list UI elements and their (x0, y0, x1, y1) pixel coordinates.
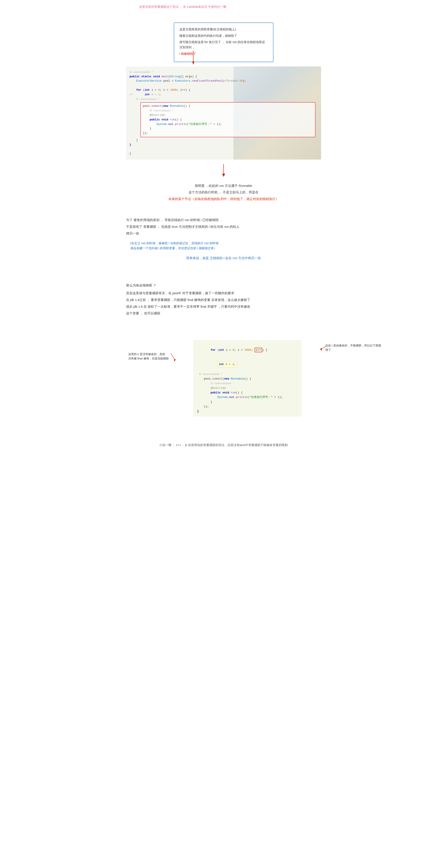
center-text-span: 简单来说，就是 主线程的 i 会在 run 方法中拷贝一份 (186, 256, 261, 260)
arrow-right-to-code (320, 345, 328, 351)
bottom-note: 小说一嘴 ： c++ ，js 也有类似的变量捕获的语法，但是没有java中变量捕… (126, 442, 321, 448)
code-block-1: ☰ xiaoxiaoquan * public static void main… (126, 66, 321, 160)
callout-line1: 这是主线程里的局部变量(在主线程的栈上) (179, 27, 268, 32)
svg-marker-1 (192, 61, 195, 65)
annotation1-line3: 未来的某个节点（后续在线程池的队列中，排到他了，就让对应的线程执行） (126, 196, 321, 202)
arrow-down-section (126, 164, 321, 179)
code-block-2: for (int i = 0; i < 1000; i++) { int n =… (193, 340, 302, 417)
ts2-line5: 这个变量 ， 也可以捕获 (126, 310, 321, 316)
callout-line3: 很可能主线程这里 for 执行完了 ， 当前 run 的任务在线程池里还没安排到… (179, 40, 268, 50)
bottom-note-text: 小说一嘴 ： c++ ，js 也有类似的变量捕获的语法，但是没有java中变量捕… (159, 443, 288, 447)
ts2-line1: 那么为啥会报错呢 ？ (126, 283, 321, 288)
arrow-callout-to-code (191, 51, 204, 66)
annotation-section-1: 很明显 ，此处的 run 方法属于 Runnable 这个方法的执行时机 ， 不… (126, 183, 321, 202)
ts2-line2: 其实这里就与变量捕获有关，在 java中 对于变量捕获，做了一些额外的要求 (126, 290, 321, 296)
annotation1-line1: 很明显 ，此处的 run 方法属于 Runnable (126, 183, 321, 189)
annotation1-line2: 这个方法的执行时机 ， 不是立刻马上的，而是在 (126, 189, 321, 195)
callout-box: 这是主线程里的局部变量(在主线程的栈上) 随着主线程这里的代码执行结束，就销毁了… (174, 23, 273, 62)
text-section-1: 为了 避免作用域的差别 ， 导致后续执行 run 的时候 i 已经被销毁 ， 于… (126, 217, 321, 236)
svg-marker-5 (174, 359, 176, 361)
svg-line-6 (321, 346, 327, 349)
page-container: 这里涉及到变量捕获这个语法 ， 在 Lambda表达式 中提到过一嘴 这是主线程… (126, 4, 321, 448)
inner-code-box: pool.submit(new Runnable() { ☰ xiaoxiaoq… (141, 102, 316, 137)
annotation-left-line1: 这里的 n 是没有修改的，虽然 (128, 352, 165, 356)
top-annotation: 这里涉及到变量捕获这个语法 ， 在 Lambda表达式 中提到过一嘴 (126, 4, 321, 9)
callout-teal-line2: 就会创建一个也叫做 i 的局部变量，并且把记住的 i 值赋值过来） (130, 246, 321, 251)
ts1-line3: 拷贝一份 (126, 230, 321, 237)
ts1-line2: 于是就有了 变量捕获 ， 也就是 itrun 方法把刚才主线程的 i 给往当前 … (126, 224, 321, 230)
svg-marker-7 (320, 348, 322, 351)
annotation-left-line2: 没有被 final 修饰，但是也能捕获 (128, 357, 169, 360)
arrow-down-svg (220, 164, 227, 177)
annotation-right: 此处 i 是由修改的，不能捕获，所以以下面报错了 (325, 343, 384, 352)
ts2-line4: 就从 jdk 1.8 后 放松了一点标准，要求不一定非得带 final 关键字 … (126, 304, 321, 310)
author-tag-1: ☰ xiaoxiaoquan * (129, 71, 153, 73)
arrow-left-to-code (171, 353, 176, 364)
svg-marker-3 (222, 174, 225, 177)
callout-line2: 随着主线程这里的代码执行结束，就销毁了 (179, 33, 268, 38)
ts1-line1: 为了 避免作用域的差别 ， 导致后续执行 run 的时候 i 已经被销毁 ， (126, 217, 321, 223)
svg-line-4 (171, 353, 175, 360)
callout-teal: (在定义 run 的时候，偷偷把 i 当前的值记住，后续执行 run 的时候 就… (126, 241, 321, 251)
annotation-right-text: 此处 i 是由修改的，不能捕获，所以以下面报错了 (325, 344, 381, 352)
text-section-2: 那么为啥会报错呢 ？ 其实这里就与变量捕获有关，在 java中 对于变量捕获，做… (126, 283, 321, 316)
annotation-left: 这里的 n 是没有修改的，虽然 没有被 final 修饰，但是也能捕获 (128, 352, 171, 361)
callout-teal-line1: (在定义 run 的时候，偷偷把 i 当前的值记住，后续执行 run 的时候 (130, 241, 321, 246)
top-annotation-text: 这里涉及到变量捕获这个语法 ， 在 Lambda表达式 中提到过一嘴 (139, 5, 226, 8)
code-block-2-section: 这里的 n 是没有修改的，虽然 没有被 final 修饰，但是也能捕获 此处 i… (174, 340, 321, 417)
center-text: 简单来说，就是 主线程的 i 会在 run 方法中拷贝一份 (126, 255, 321, 261)
ts2-line3: 在 jdk 1.8之前 ， 要求变量捕获，只能捕获 final 修饰的变量 后来… (126, 297, 321, 303)
